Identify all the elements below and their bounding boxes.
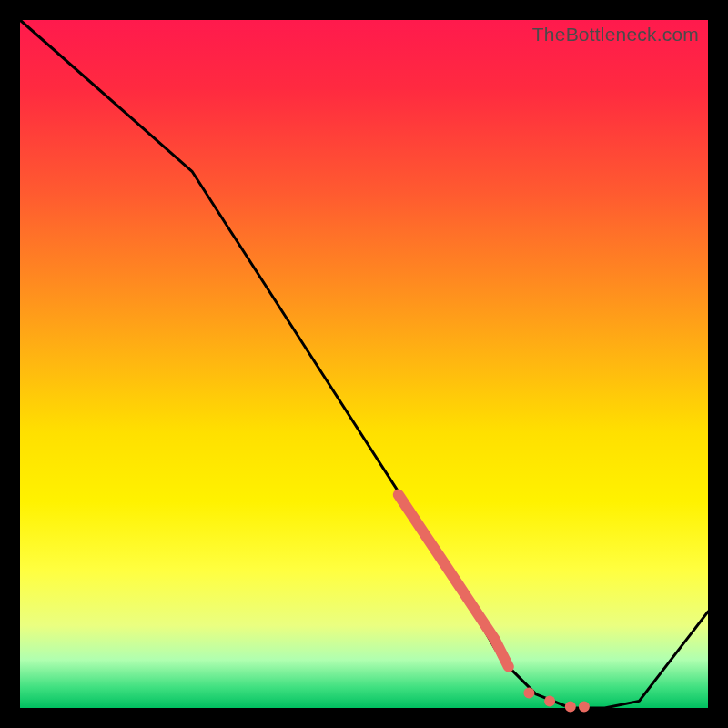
- highlight-dot: [579, 702, 590, 713]
- highlight-dot: [565, 702, 576, 713]
- curve-line: [20, 20, 708, 708]
- highlight-dot: [544, 695, 555, 706]
- chart-frame: TheBottleneck.com: [0, 0, 728, 728]
- highlight-dot: [523, 687, 534, 698]
- plot-area: TheBottleneck.com: [20, 20, 708, 708]
- chart-svg: [20, 20, 708, 708]
- highlight-points: [523, 687, 590, 712]
- highlight-segment: [399, 495, 509, 667]
